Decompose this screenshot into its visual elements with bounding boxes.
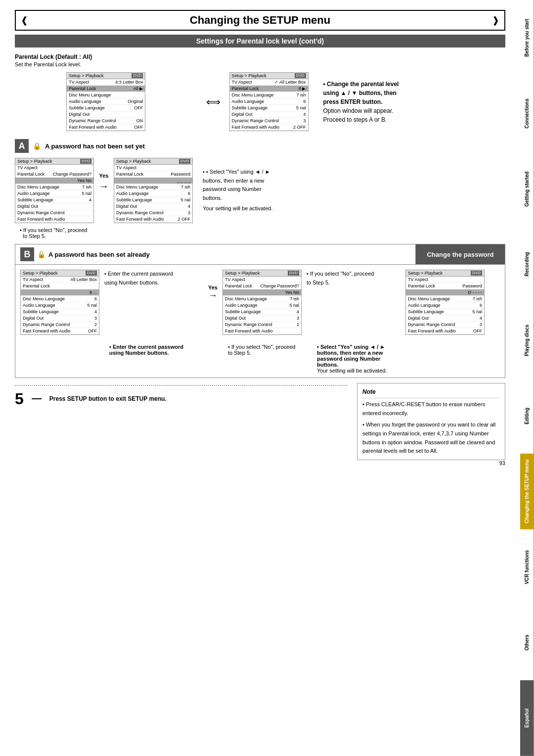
menu-screen-top-right: Setup > Playback DVD TV Aspect✓ All Lett…	[229, 72, 309, 131]
menu-screen-b3: Setup > Playback DVD TV Aspect Parental …	[405, 270, 485, 335]
page-number: 93	[15, 460, 505, 466]
menu-row: TV Aspect4:3 Letter Box	[67, 79, 145, 86]
sidebar-item-vcr[interactable]: VCR functions	[520, 529, 534, 605]
step5-row: 5 Press SETUP button to exit SETUP menu.	[15, 385, 347, 407]
menu-screen-b1: Setup > Playback DVD TV AspectAll Letter…	[20, 270, 99, 335]
note-title: Note	[362, 387, 500, 398]
menu-screen-top-left-header: Setup > Playback DVD	[67, 73, 145, 79]
arrow-right-deco: ❱	[492, 15, 499, 26]
sidebar-item-editing[interactable]: Editing	[520, 378, 534, 454]
section-a-screen2-col: Setup > Playback DVD TV Aspect Parental …	[114, 158, 193, 223]
b-bottom-enter: • Enter the current passwordusing Number…	[109, 344, 188, 374]
sidebar-item-setup[interactable]: Changing the SETUP menu	[520, 454, 534, 529]
main-content: ❰ Changing the SETUP menu ❱ Settings for…	[0, 0, 520, 481]
sidebar-item-before[interactable]: Before you start	[520, 0, 534, 76]
parental-lock-label: Parental Lock (Default : All)	[15, 53, 505, 60]
top-screen-left-container: Setup > Playback DVD TV Aspect4:3 Letter…	[15, 72, 197, 131]
step5-number: 5	[15, 391, 24, 407]
section-b-arrow: Yes →	[208, 270, 218, 301]
section-a-header: A 🔒 A password has not been set yet	[15, 139, 505, 153]
section-b-letter: B	[20, 247, 34, 261]
menu-row: Fast Forward with Audio2 OFF	[230, 124, 308, 131]
arrow-double: ⟺	[202, 96, 224, 108]
menu-row: TV Aspect✓ All Letter Box	[230, 79, 308, 86]
menu-screen-top-right-header: Setup > Playback DVD	[230, 73, 308, 79]
b-bottom-if-no: • If you select "No", proceedto Step 5.	[228, 344, 307, 374]
section-a-arrow: Yes →	[99, 158, 109, 192]
section-a-if-no: • If you select "No", proceed to Step 5.	[20, 227, 505, 239]
top-screens-instruction: • Change the parental level using ▲ / ▼ …	[313, 80, 506, 124]
note-box: Note Press CLEAR/C-RESET button to erase…	[357, 383, 505, 460]
menu-row: Audio Language6	[230, 98, 308, 105]
section-b-bottom-instructions: • Enter the current passwordusing Number…	[15, 340, 505, 378]
menu-row: Digital Out4	[230, 111, 308, 118]
step5-instruction: Press SETUP button to exit SETUP menu.	[49, 395, 167, 402]
section-b-right-header: Change the password	[416, 244, 505, 264]
menu-row: Digital Out	[67, 111, 145, 118]
menu-row: Fast Forward with AudioOFF	[67, 124, 145, 131]
menu-row-highlighted: Parental LockAll ▶	[67, 86, 145, 92]
note-bullet-2: When you forget the password or you want…	[362, 421, 500, 455]
sidebar-tabs: Before you start Connections Getting sta…	[520, 0, 534, 756]
section-b-left-header: B 🔒 A password has been set already	[15, 244, 416, 264]
top-screens-row: Setup > Playback DVD TV Aspect4:3 Letter…	[15, 72, 505, 131]
menu-row: Disc Menu Language7 ish	[230, 92, 308, 98]
b-bottom-right: • Select "Yes" using ◄ / ►buttons, then …	[317, 344, 500, 374]
sidebar-item-espanol[interactable]: Español	[520, 680, 534, 756]
menu-row: Disc Menu Language	[67, 92, 145, 98]
section-b-header-row: B 🔒 A password has been set already Chan…	[15, 244, 505, 264]
section-b-wrapper: B 🔒 A password has been set already Chan…	[15, 244, 505, 378]
menu-row: Dynamic Range Control3	[230, 118, 308, 124]
section-a-flow: Setup > Playback DVD TV Aspect Parental …	[15, 158, 505, 223]
sidebar-item-connections[interactable]: Connections	[520, 76, 534, 151]
section-a-instructions: • Select "Yes" using ◄ / ► buttons, then…	[198, 158, 505, 215]
section-b-instructions-left: • Enter the current password using Numbe…	[104, 270, 203, 287]
b-bottom-left	[20, 344, 99, 374]
page-title: Changing the SETUP menu	[190, 14, 330, 26]
sidebar-item-getting-started[interactable]: Getting started	[520, 151, 534, 227]
section-b-left-title: A password has been set already	[48, 251, 150, 258]
sidebar-item-playing[interactable]: Playing discs	[520, 302, 534, 378]
section-a-title: A password has not been set yet	[45, 142, 145, 150]
note-bullet-1: Press CLEAR/C-RESET button to erase numb…	[362, 400, 500, 418]
menu-row-highlighted: Parental Lock8 ▶	[230, 86, 308, 92]
sidebar-item-recording[interactable]: Recording	[520, 227, 534, 302]
section-header: Settings for Parental lock level (cont'd…	[15, 35, 505, 47]
arrow-left-deco: ❰	[21, 15, 28, 26]
lock-icon: 🔒	[33, 142, 41, 150]
menu-screen-a1: Setup > Playback DVD TV Aspect Parental …	[15, 158, 94, 223]
section-b-instructions-middle: • If you select "No", proceed to Step 5.	[307, 270, 400, 287]
menu-row: Subtitle LanguageOFF	[67, 105, 145, 111]
lock-b-icon: 🔒	[37, 250, 45, 258]
menu-row: Audio LanguageOriginal	[67, 98, 145, 105]
section-a-screen1-col: Setup > Playback DVD TV Aspect Parental …	[15, 158, 94, 223]
page-title-wrapper: ❰ Changing the SETUP menu ❱	[15, 10, 505, 31]
section-b-content: Setup > Playback DVD TV AspectAll Letter…	[15, 264, 505, 340]
menu-screen-b2: Setup > Playback DVD TV Aspect Parental …	[222, 270, 302, 335]
menu-screen-top-left: Setup > Playback DVD TV Aspect4:3 Letter…	[66, 72, 145, 131]
menu-screen-a2: Setup > Playback DVD TV Aspect Parental …	[114, 158, 193, 223]
menu-row: Subtitle Language5 nal	[230, 105, 308, 111]
section-a-letter: A	[15, 139, 29, 153]
section-b-right-title: Change the password	[427, 251, 493, 258]
menu-row: Dynamic Range ControlON	[67, 118, 145, 124]
sidebar-item-others[interactable]: Others	[520, 605, 534, 680]
parental-lock-sublabel: Set the Parental Lock level.	[15, 61, 505, 67]
